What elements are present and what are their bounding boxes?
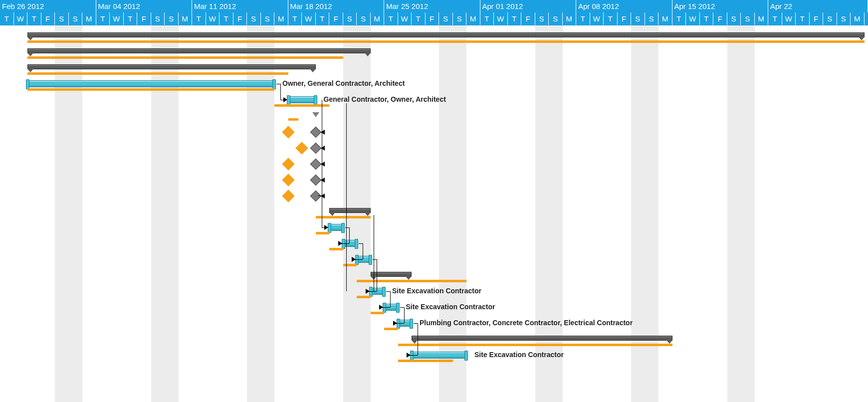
day-header: S bbox=[631, 12, 645, 25]
week-header: Apr 22 bbox=[768, 0, 868, 12]
baseline-bar bbox=[343, 264, 357, 266]
day-header: W bbox=[206, 12, 220, 25]
day-header: T bbox=[796, 12, 810, 25]
day-header: T bbox=[700, 12, 714, 25]
day-header: W bbox=[590, 12, 604, 25]
week-header: Mar 11 2012 bbox=[192, 0, 288, 12]
day-header: F bbox=[810, 12, 824, 25]
day-header: T bbox=[480, 12, 494, 25]
day-header: M bbox=[274, 12, 288, 25]
task-bar[interactable] bbox=[329, 224, 343, 231]
day-header: F bbox=[426, 12, 439, 25]
milestone-icon[interactable] bbox=[310, 191, 321, 202]
day-header: T bbox=[316, 12, 330, 25]
summary-bar[interactable] bbox=[27, 32, 865, 37]
day-header: M bbox=[82, 12, 96, 25]
timeline-week-row: Feb 26 2012Mar 04 2012Mar 11 2012Mar 18 … bbox=[0, 0, 868, 12]
day-header: S bbox=[343, 12, 357, 25]
baseline-bar bbox=[398, 344, 672, 346]
milestone-icon[interactable] bbox=[310, 143, 321, 154]
timeline-header: Feb 26 2012Mar 04 2012Mar 11 2012Mar 18 … bbox=[0, 0, 868, 25]
task-bar[interactable] bbox=[412, 352, 466, 359]
day-header: M bbox=[179, 12, 193, 25]
day-header: F bbox=[521, 12, 535, 25]
baseline-bar bbox=[27, 88, 274, 91]
day-header: W bbox=[302, 12, 316, 25]
day-header: T bbox=[0, 12, 14, 25]
day-header: S bbox=[357, 12, 371, 25]
day-header: T bbox=[768, 12, 782, 25]
day-header: T bbox=[412, 12, 426, 25]
day-header: T bbox=[672, 12, 686, 25]
gantt-body[interactable]: Owner, General Contractor, ArchitectGene… bbox=[0, 25, 868, 402]
baseline-bar bbox=[371, 312, 385, 314]
week-header: Feb 26 2012 bbox=[0, 0, 96, 12]
day-header: S bbox=[549, 12, 563, 25]
task-bar[interactable] bbox=[288, 96, 316, 103]
day-header: S bbox=[823, 12, 837, 25]
day-header: S bbox=[837, 12, 851, 25]
week-header: Apr 15 2012 bbox=[672, 0, 769, 12]
milestone-baseline-icon bbox=[295, 142, 308, 154]
summary-bar[interactable] bbox=[412, 336, 672, 341]
summary-bar[interactable] bbox=[27, 64, 316, 69]
day-header: F bbox=[137, 12, 151, 25]
day-header: S bbox=[453, 12, 467, 25]
day-header: S bbox=[741, 12, 755, 25]
milestone-icon[interactable] bbox=[310, 175, 321, 186]
day-header: W bbox=[398, 12, 412, 25]
baseline-bar bbox=[316, 232, 330, 234]
day-header: S bbox=[727, 12, 741, 25]
task-label: Site Excavation Contractor bbox=[392, 287, 481, 295]
day-header: M bbox=[466, 12, 480, 25]
day-header: W bbox=[14, 12, 28, 25]
day-header: F bbox=[713, 12, 727, 25]
baseline-bar bbox=[27, 72, 288, 75]
baseline-bar bbox=[329, 248, 343, 250]
day-header: F bbox=[618, 12, 632, 25]
timeline-day-row: TWTFSSMTWTFSSMTWTFSSMTWTFSSMTWTFSSMTWTFS… bbox=[0, 12, 868, 25]
milestone-baseline-icon bbox=[282, 174, 294, 186]
milestone-icon[interactable] bbox=[310, 127, 321, 138]
task-label: Site Excavation Contractor bbox=[406, 303, 495, 311]
day-header: W bbox=[686, 12, 700, 25]
milestone-baseline-icon bbox=[282, 126, 294, 138]
milestone-baseline-icon bbox=[282, 190, 294, 202]
day-header: T bbox=[288, 12, 302, 25]
day-header: S bbox=[439, 12, 453, 25]
week-header: Apr 01 2012 bbox=[480, 0, 577, 12]
milestone-icon[interactable] bbox=[312, 112, 319, 117]
task-bar[interactable] bbox=[27, 80, 274, 87]
baseline-bar bbox=[357, 296, 371, 298]
day-header: T bbox=[96, 12, 110, 25]
week-header: Mar 25 2012 bbox=[384, 0, 480, 12]
task-label: Owner, General Contractor, Architect bbox=[282, 79, 405, 87]
baseline-bar bbox=[316, 216, 371, 218]
day-header: S bbox=[261, 12, 275, 25]
day-header: W bbox=[782, 12, 796, 25]
day-header: T bbox=[604, 12, 618, 25]
summary-bar[interactable] bbox=[27, 48, 371, 53]
day-header: S bbox=[165, 12, 179, 25]
day-header: S bbox=[645, 12, 659, 25]
day-header: M bbox=[371, 12, 385, 25]
day-header: T bbox=[192, 12, 206, 25]
week-header: Mar 04 2012 bbox=[96, 0, 193, 12]
milestone-icon[interactable] bbox=[310, 159, 321, 170]
day-header: S bbox=[535, 12, 549, 25]
week-header: Apr 08 2012 bbox=[576, 0, 672, 12]
day-header: S bbox=[247, 12, 261, 25]
day-header: W bbox=[494, 12, 508, 25]
baseline-bar bbox=[27, 40, 865, 43]
day-header: T bbox=[124, 12, 138, 25]
day-header: S bbox=[151, 12, 165, 25]
gantt-chart: Feb 26 2012Mar 04 2012Mar 11 2012Mar 18 … bbox=[0, 0, 868, 402]
summary-bar[interactable] bbox=[329, 208, 371, 213]
baseline-bar bbox=[398, 360, 453, 362]
day-header: S bbox=[55, 12, 69, 25]
day-header: T bbox=[576, 12, 590, 25]
day-header: T bbox=[865, 12, 868, 25]
day-header: T bbox=[384, 12, 398, 25]
day-header: M bbox=[563, 12, 577, 25]
day-header: T bbox=[219, 12, 233, 25]
